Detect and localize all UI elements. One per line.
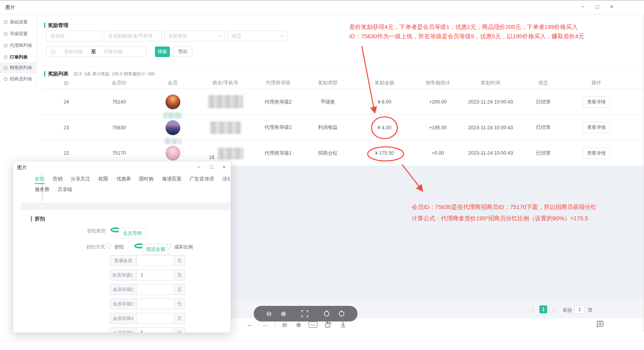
section-bar <box>44 23 45 28</box>
tab-flash-sale[interactable]: 限时购 <box>139 176 154 182</box>
field-input[interactable] <box>137 327 174 333</box>
field-input[interactable] <box>137 313 174 324</box>
radio-member-level-label[interactable]: 会员等级 <box>119 228 146 239</box>
member-name-input[interactable] <box>104 30 162 41</box>
sidebar-item-agent-list[interactable]: 代理商列表 <box>0 40 37 51</box>
tab-shared-chain[interactable]: 共享链 <box>58 186 73 193</box>
window-title: 图片 <box>5 4 15 11</box>
cell-status: 已结算 <box>523 150 564 157</box>
col-header: 会员 <box>146 80 199 86</box>
download-icon[interactable] <box>338 320 348 329</box>
field-suffix: 元 <box>174 327 185 333</box>
cell-sales: +0.00 <box>418 150 458 156</box>
dialog-close-button[interactable]: × <box>218 162 230 172</box>
end-date-placeholder: 结束日期 <box>104 48 123 55</box>
view-detail-button[interactable]: 查看详情 <box>583 122 610 133</box>
radio-discount[interactable] <box>107 243 112 248</box>
tab-share-follow[interactable]: 分享关注 <box>71 176 90 182</box>
notes-panel-icon[interactable] <box>596 320 604 329</box>
sidebar-item-sales-list[interactable]: 销售部列表 <box>0 62 37 73</box>
radio-discount-label[interactable]: 折扣 <box>114 244 124 250</box>
rotate-cw-icon[interactable] <box>336 306 347 321</box>
radio-circle-icon <box>4 44 7 47</box>
field-input[interactable] <box>137 255 174 266</box>
field-row-level4: 会员等级4 元 <box>110 313 185 324</box>
discount-type-label: 折扣类型 <box>87 228 106 234</box>
goto-page-input[interactable] <box>575 305 585 314</box>
view-detail-button[interactable]: 查看详情 <box>583 148 610 159</box>
col-header: 状态 <box>523 80 564 86</box>
cell-avatar <box>146 120 199 135</box>
export-button[interactable]: 导出 <box>173 46 192 57</box>
field-suffix: 元 <box>174 284 185 295</box>
image-viewer-toolbar: ⊖ ⊕ <box>254 306 358 321</box>
zoom-out-icon[interactable]: ⊖ <box>263 306 275 321</box>
field-row-level1: 会员等级1. 元 <box>110 270 185 280</box>
cell-amount: ¥ 4.00 <box>351 125 418 130</box>
actual-size-icon[interactable]: 1:1 <box>309 321 317 328</box>
sidebar-item-recruiter-list[interactable]: 招商员列表 <box>0 74 37 84</box>
tab-service-fee[interactable]: 服务费 <box>35 186 50 193</box>
radio-circle-icon <box>4 55 7 59</box>
field-input[interactable] <box>137 270 174 280</box>
table-header: ID 会员ID 会员 姓名/手机号 代理商等级 奖励类型 奖励金额 销售额统计 … <box>41 77 644 89</box>
date-range-picker[interactable]: 开始日期 至 结束日期 <box>46 46 146 57</box>
tab-ad-slogan[interactable]: 广告宣传语 <box>190 176 214 182</box>
start-date-placeholder: 开始日期 <box>64 48 83 55</box>
field-row-level3: 会员等级3 元 <box>110 298 185 309</box>
rotate-ccw-icon[interactable] <box>321 306 333 321</box>
sidebar-item-label: 代理商列表 <box>10 43 32 48</box>
discount-mode-label: 折扣方式 <box>86 244 105 250</box>
cell-id: 22 <box>41 150 92 156</box>
col-header: 销售额统计 <box>418 80 458 86</box>
maximize-button[interactable]: □ <box>591 1 604 12</box>
radio-cost-ratio-label[interactable]: 成本比例 <box>174 244 193 250</box>
status-select[interactable]: 状态 <box>228 30 288 41</box>
field-suffix: 元 <box>174 270 185 280</box>
field-row-level2: 会员等级2 元 <box>110 284 185 295</box>
tab-permission[interactable]: 权限 <box>98 176 108 182</box>
rotate-icon[interactable] <box>323 320 333 329</box>
tab-discount[interactable]: 折扣 <box>35 176 44 182</box>
tab-invite-page[interactable]: 邀请页面 <box>162 176 181 182</box>
current-page-button[interactable]: 1 <box>539 305 547 313</box>
sidebar-item-order-list[interactable]: 订单列表 <box>0 52 37 62</box>
reward-manage-heading: 奖励管理 <box>44 22 68 29</box>
zoom-in-icon[interactable]: ⊕ <box>278 306 289 321</box>
avatar <box>165 95 180 109</box>
dialog-minimize-button[interactable]: − <box>193 162 205 172</box>
fullscreen-icon[interactable] <box>299 306 311 321</box>
forward-icon[interactable]: → <box>260 320 270 329</box>
sidebar-item-basic-settings[interactable]: 基础设置 <box>0 17 37 27</box>
search-button[interactable]: 搜索 <box>155 46 170 57</box>
view-detail-button[interactable]: 查看详情 <box>583 96 610 108</box>
field-input[interactable] <box>137 284 174 295</box>
cell-reward-type: 平级奖 <box>304 99 351 105</box>
sidebar-item-label: 订单列表 <box>10 54 28 60</box>
field-input[interactable] <box>137 298 174 309</box>
tab-marketing[interactable]: 营销 <box>53 176 62 182</box>
section-title: 奖励管理 <box>48 22 68 29</box>
close-button[interactable]: × <box>605 1 618 12</box>
tab-coupon[interactable]: 优惠券 <box>116 176 131 182</box>
back-icon[interactable]: ← <box>245 320 255 329</box>
col-header: 奖励类型 <box>304 80 351 86</box>
sidebar-item-level-settings[interactable]: 等级设置 <box>0 29 37 39</box>
dialog-maximize-button[interactable]: □ <box>206 162 217 172</box>
member-id-input[interactable] <box>46 30 101 41</box>
reward-type-select[interactable]: 奖励类型 <box>164 30 225 41</box>
cell-sales: +195.00 <box>418 125 458 130</box>
cell-agent-level: 代理商等级1 <box>252 150 304 157</box>
tab-activity[interactable]: 活动列 <box>222 176 230 182</box>
radio-cost-ratio[interactable] <box>166 243 171 248</box>
date-to-label: 至 <box>91 48 96 55</box>
separator-band <box>21 203 231 210</box>
radio-fixed-amount-label[interactable]: 固定金额 <box>142 244 169 255</box>
main-titlebar: 图片 − □ × <box>0 1 644 14</box>
next-page-button[interactable]: › <box>550 305 557 313</box>
minimize-button[interactable]: − <box>576 1 589 12</box>
zoom-out-icon[interactable]: ⊖ <box>279 320 290 329</box>
dialog-tabs-row2: 服务费 共享链 <box>35 186 230 193</box>
prev-page-button[interactable]: ‹ <box>529 305 537 313</box>
zoom-in-icon[interactable]: ⊕ <box>294 320 304 329</box>
